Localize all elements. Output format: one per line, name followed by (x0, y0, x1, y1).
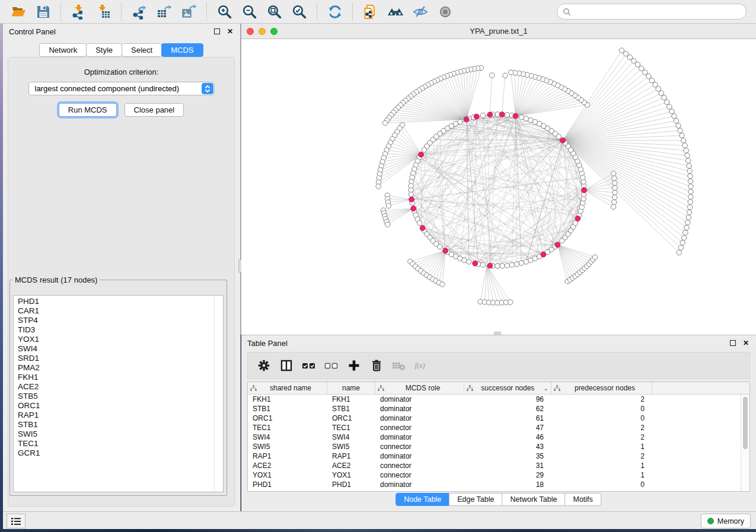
mcds-result-item[interactable]: PMA2 (18, 363, 213, 373)
table-scrollbar[interactable] (741, 395, 749, 491)
mcds-result-item[interactable]: STB5 (18, 392, 213, 401)
tab-edge-table[interactable]: Edge Table (449, 493, 502, 506)
select-all-checks-icon[interactable] (301, 358, 317, 373)
open-file-icon[interactable] (9, 3, 27, 21)
tab-mcds[interactable]: MCDS (161, 43, 203, 57)
mcds-tab-content: Optimization criterion: largest connecte… (8, 57, 235, 507)
table-row[interactable]: YOX1YOX1connector291 (248, 470, 749, 480)
column-header-shared-name[interactable]: shared name (248, 382, 327, 394)
zoom-fit-icon[interactable] (266, 3, 283, 21)
table-panel: Table Panel ✕ (241, 335, 756, 511)
tab-motifs[interactable]: Motifs (564, 493, 601, 506)
tab-network[interactable]: Network (39, 43, 87, 57)
control-panel-header: Control Panel ✕ (3, 24, 240, 39)
cytoscape-window: Control Panel ✕ NetworkStyleSelectMCDS O… (0, 0, 756, 532)
close-panel-button[interactable]: ✕ (226, 27, 234, 36)
table-row[interactable]: SWI5SWI5connector431 (248, 442, 749, 451)
mcds-result-item[interactable]: TEC1 (18, 439, 213, 448)
mcds-result-item[interactable]: SWI4 (18, 344, 213, 354)
cell-name: TEC1 (327, 424, 375, 432)
save-session-icon[interactable] (34, 3, 52, 21)
cell-predecessor-nodes: 2 (551, 433, 652, 441)
show-all-icon[interactable] (436, 3, 454, 21)
mcds-result-item[interactable]: STP4 (18, 316, 213, 325)
export-network-icon[interactable] (130, 3, 148, 21)
mcds-result-item[interactable]: GCR1 (18, 448, 213, 458)
import-table-icon[interactable] (95, 3, 113, 21)
table-row[interactable]: FKH1FKH1dominator962 (248, 395, 749, 404)
desktop-wallpaper-bottom (0, 529, 756, 532)
run-mcds-button[interactable]: Run MCDS (59, 103, 117, 117)
float-panel-button[interactable] (213, 27, 221, 36)
add-entry-icon[interactable] (346, 358, 362, 373)
float-table-panel-button[interactable] (729, 339, 737, 347)
cell-mcds-role: dominator (375, 452, 464, 460)
cell-successor-nodes: 18 (464, 480, 551, 489)
column-header-name[interactable]: name (327, 382, 375, 394)
cell-name: FKH1 (327, 395, 375, 403)
close-table-panel-button[interactable]: ✕ (742, 339, 750, 347)
mcds-result-item[interactable]: SRD1 (18, 354, 213, 363)
zoom-out-icon[interactable] (241, 3, 259, 21)
mcds-result-item[interactable]: TID3 (18, 325, 213, 335)
deselect-all-checks-icon[interactable] (324, 358, 339, 373)
mcds-result-item[interactable]: SWI5 (18, 430, 213, 439)
main-toolbar (0, 0, 756, 24)
table-row[interactable]: TEC1TEC1connector472 (248, 423, 749, 432)
memory-button[interactable]: Memory (701, 514, 751, 528)
table-row[interactable]: ORC1ORC1dominator610 (248, 414, 749, 423)
mcds-result-item[interactable]: PHD1 (18, 297, 213, 306)
first-neighbors-icon[interactable] (387, 3, 404, 21)
table-row[interactable]: RAP1RAP1dominator352 (248, 451, 749, 461)
column-tree-icon (250, 385, 257, 391)
mcds-result-item[interactable]: CAR1 (18, 306, 213, 316)
table-options-icon[interactable] (256, 358, 272, 373)
tab-select[interactable]: Select (122, 43, 162, 57)
column-tree-icon (554, 385, 560, 391)
search-box[interactable] (557, 4, 747, 20)
criterion-select[interactable]: largest connected component (undirected) (28, 82, 215, 95)
table-toolbar: f(x) (247, 352, 750, 379)
import-network-icon[interactable] (70, 3, 88, 21)
delete-entry-icon[interactable] (369, 358, 384, 373)
mcds-result-item[interactable]: FKH1 (18, 373, 213, 382)
table-row[interactable]: SWI4SWI4dominator462 (248, 432, 749, 442)
mcds-result-item[interactable]: ORC1 (18, 401, 213, 411)
table-row[interactable]: PHD1PHD1dominator180 (248, 480, 749, 489)
tab-node-table[interactable]: Node Table (395, 493, 449, 506)
table-row[interactable]: ACE2ACE2connector311 (248, 461, 749, 470)
tab-network-table[interactable]: Network Table (502, 493, 566, 506)
mcds-result-item[interactable]: STB1 (18, 420, 213, 430)
show-columns-icon[interactable] (279, 358, 294, 373)
cell-successor-nodes: 62 (464, 405, 551, 413)
export-image-icon[interactable] (180, 3, 198, 21)
cell-mcds-role: connector (375, 471, 464, 479)
cell-shared-name: FKH1 (248, 395, 327, 403)
apply-preferred-layout-icon[interactable] (326, 3, 344, 21)
cell-successor-nodes: 47 (464, 424, 551, 432)
column-header-predecessor-nodes[interactable]: predecessor nodes (551, 382, 652, 394)
close-mcds-panel-button[interactable]: Close panel (125, 103, 184, 117)
network-graph-canvas[interactable] (241, 39, 756, 335)
column-tree-icon (378, 385, 384, 391)
hide-selected-icon[interactable] (412, 3, 429, 21)
tab-style[interactable]: Style (86, 43, 122, 57)
column-header-mcds-role[interactable]: MCDS role (375, 382, 464, 394)
mcds-result-item[interactable]: YOX1 (18, 335, 213, 344)
table-scrollbar-thumb[interactable] (743, 397, 748, 449)
cell-predecessor-nodes: 2 (551, 395, 652, 403)
mcds-result-item[interactable]: RAP1 (18, 411, 213, 420)
show-hide-panels-button[interactable] (7, 514, 25, 528)
zoom-selected-icon[interactable] (291, 3, 308, 21)
zoom-in-icon[interactable] (216, 3, 234, 21)
search-input[interactable] (575, 7, 741, 17)
cell-shared-name: YOX1 (248, 471, 327, 479)
mcds-list-scrollbar[interactable] (214, 296, 223, 492)
control-panel-tabs: NetworkStyleSelectMCDS (3, 43, 240, 57)
mcds-result-item[interactable]: ACE2 (18, 382, 213, 392)
column-header-successor-nodes[interactable]: successor nodes⌄ (464, 382, 551, 394)
cell-successor-nodes: 46 (464, 433, 551, 441)
table-row[interactable]: STB1STB1dominator620 (248, 404, 749, 414)
network-from-document-icon[interactable] (362, 3, 379, 21)
export-table-icon[interactable] (155, 3, 173, 21)
